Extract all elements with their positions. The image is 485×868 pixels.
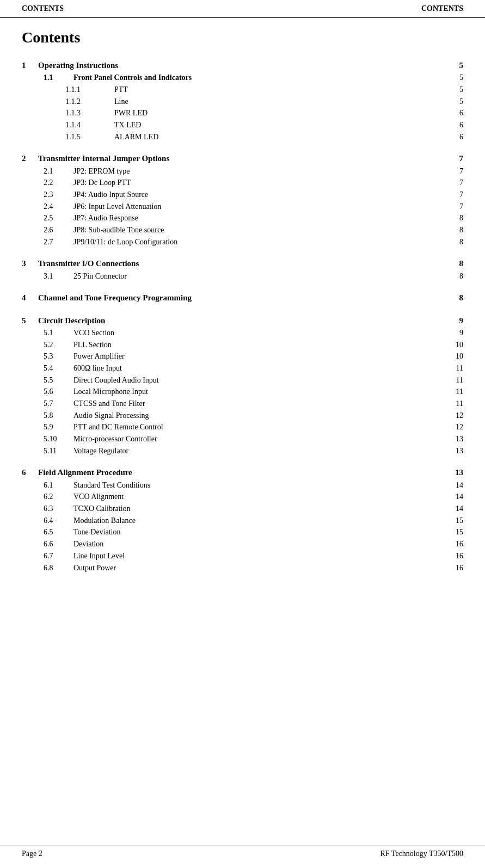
item-label: TX LED <box>114 119 447 131</box>
sub-page: 11 <box>447 362 463 374</box>
section-heading-2: 2 Transmitter Internal Jumper Options 7 <box>22 152 463 165</box>
sub-num: 5.4 <box>44 362 73 374</box>
section-label: Field Alignment Procedure <box>38 466 447 479</box>
sub-num: 2.6 <box>44 224 73 236</box>
header-left: CONTENTS <box>22 4 64 13</box>
item-num: 1.1.1 <box>65 84 114 96</box>
sub-label: Deviation <box>73 538 447 550</box>
sub-page: 10 <box>447 350 463 362</box>
section-1: 1 Operating Instructions 5 1.1 Front Pan… <box>22 59 463 143</box>
sub-page: 11 <box>447 374 463 386</box>
item-num: 1.1.3 <box>65 107 114 119</box>
subsection-2.5: 2.5 JP7: Audio Response 8 <box>22 212 463 224</box>
section-page: 8 <box>447 292 463 304</box>
item-num: 1.1.2 <box>65 96 114 108</box>
toc-container: 1 Operating Instructions 5 1.1 Front Pan… <box>22 59 463 574</box>
sub-page: 12 <box>447 421 463 433</box>
section-page: 9 <box>447 315 463 327</box>
section-page: 13 <box>447 466 463 479</box>
page-footer: Page 2 RF Technology T350/T500 <box>0 846 485 858</box>
subsection-6.5: 6.5 Tone Deviation 15 <box>22 526 463 538</box>
sub-label: PTT and DC Remote Control <box>73 421 447 433</box>
sub-page: 16 <box>447 562 463 574</box>
sub-label: JP3: Dc Loop PTT <box>73 177 447 189</box>
sub-label: Direct Coupled Audio Input <box>73 374 447 386</box>
item-page: 5 <box>447 84 463 96</box>
sub-page: 10 <box>447 339 463 351</box>
sub-label: Local Microphone Input <box>73 386 447 398</box>
item-label: ALARM LED <box>114 131 447 143</box>
page-title: Contents <box>22 29 463 46</box>
sub-label: JP7: Audio Response <box>73 212 447 224</box>
sub-label: Front Panel Controls and Indicators <box>73 72 447 84</box>
sub-label: CTCSS and Tone Filter <box>73 398 447 410</box>
sub-page: 13 <box>447 433 463 445</box>
section-4: 4 Channel and Tone Frequency Programming… <box>22 292 463 304</box>
sub-num: 5.6 <box>44 386 73 398</box>
sub-label: JP6: Input Level Attenuation <box>73 201 447 213</box>
subsection-2.6: 2.6 JP8: Sub-audible Tone source 8 <box>22 224 463 236</box>
footer-left: Page 2 <box>22 849 42 858</box>
subsection-5.8: 5.8 Audio Signal Processing 12 <box>22 410 463 422</box>
sub-label: Modulation Balance <box>73 515 447 527</box>
section-page: 5 <box>447 59 463 72</box>
sub-label: Voltage Regulator <box>73 445 447 457</box>
item-1.1.2: 1.1.2 Line 5 <box>22 96 463 108</box>
subsection-5.9: 5.9 PTT and DC Remote Control 12 <box>22 421 463 433</box>
sub-page: 16 <box>447 538 463 550</box>
sub-page: 12 <box>447 410 463 422</box>
section-5: 5 Circuit Description 9 5.1 VCO Section … <box>22 315 463 457</box>
subsection-5.7: 5.7 CTCSS and Tone Filter 11 <box>22 398 463 410</box>
sub-num: 3.1 <box>44 270 73 282</box>
sub-page: 13 <box>447 445 463 457</box>
section-label: Transmitter Internal Jumper Options <box>38 152 447 165</box>
subsection-2.2: 2.2 JP3: Dc Loop PTT 7 <box>22 177 463 189</box>
subsection-5.5: 5.5 Direct Coupled Audio Input 11 <box>22 374 463 386</box>
sub-page: 7 <box>447 177 463 189</box>
section-num: 5 <box>22 315 38 327</box>
header-right: CONTENTS <box>421 4 463 13</box>
section-heading-4: 4 Channel and Tone Frequency Programming… <box>22 292 463 304</box>
subsection-6.8: 6.8 Output Power 16 <box>22 562 463 574</box>
sub-num: 5.11 <box>44 445 73 457</box>
sub-page: 9 <box>447 327 463 339</box>
subsection-5.3: 5.3 Power Amplifier 10 <box>22 350 463 362</box>
sub-label: Line Input Level <box>73 550 447 562</box>
section-heading-6: 6 Field Alignment Procedure 13 <box>22 466 463 479</box>
section-6: 6 Field Alignment Procedure 13 6.1 Stand… <box>22 466 463 574</box>
sub-label: Standard Test Conditions <box>73 479 447 491</box>
section-num: 2 <box>22 152 38 165</box>
section-label: Operating Instructions <box>38 59 447 72</box>
sub-page: 14 <box>447 479 463 491</box>
section-heading-3: 3 Transmitter I/O Connections 8 <box>22 257 463 270</box>
section-num: 4 <box>22 292 38 304</box>
sub-num: 6.5 <box>44 526 73 538</box>
sub-num: 5.7 <box>44 398 73 410</box>
sub-label: VCO Section <box>73 327 447 339</box>
sub-num: 2.1 <box>44 165 73 177</box>
item-page: 6 <box>447 119 463 131</box>
sub-num: 6.2 <box>44 491 73 503</box>
subsection-2.3: 2.3 JP4: Audio Input Source 7 <box>22 189 463 201</box>
sub-label: JP9/10/11: dc Loop Configuration <box>73 236 447 248</box>
sub-label: Micro-processor Controller <box>73 433 447 445</box>
item-label: PWR LED <box>114 107 447 119</box>
sub-page: 7 <box>447 201 463 213</box>
item-num: 1.1.5 <box>65 131 114 143</box>
section-2: 2 Transmitter Internal Jumper Options 7 … <box>22 152 463 248</box>
section-label: Circuit Description <box>38 315 447 327</box>
item-label: Line <box>114 96 447 108</box>
sub-label: VCO Alignment <box>73 491 447 503</box>
sub-label: TCXO Calibration <box>73 503 447 515</box>
sub-label: JP8: Sub-audible Tone source <box>73 224 447 236</box>
sub-num: 1.1 <box>44 72 73 84</box>
sub-label: Output Power <box>73 562 447 574</box>
sub-page: 11 <box>447 398 463 410</box>
sub-num: 5.5 <box>44 374 73 386</box>
subsection-6.7: 6.7 Line Input Level 16 <box>22 550 463 562</box>
item-1.1.5: 1.1.5 ALARM LED 6 <box>22 131 463 143</box>
footer-right: RF Technology T350/T500 <box>380 849 463 858</box>
sub-label: JP2: EPROM type <box>73 165 447 177</box>
subsection-5.1: 5.1 VCO Section 9 <box>22 327 463 339</box>
sub-page: 15 <box>447 515 463 527</box>
